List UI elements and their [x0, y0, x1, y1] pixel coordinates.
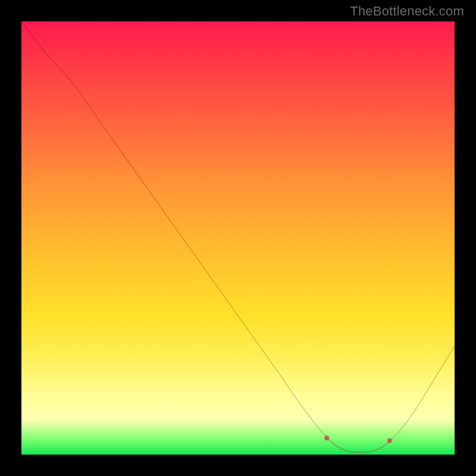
curve-layer — [21, 21, 455, 455]
bottleneck-curve — [21, 21, 455, 452]
watermark-text: TheBottleneck.com — [350, 4, 464, 19]
gradient-plot-area — [21, 21, 455, 455]
sweet-spot-band — [327, 438, 390, 452]
sweet-spot-end-left — [324, 436, 329, 440]
sweet-spot-end-right — [387, 439, 392, 443]
chart-frame: TheBottleneck.com — [0, 0, 476, 476]
